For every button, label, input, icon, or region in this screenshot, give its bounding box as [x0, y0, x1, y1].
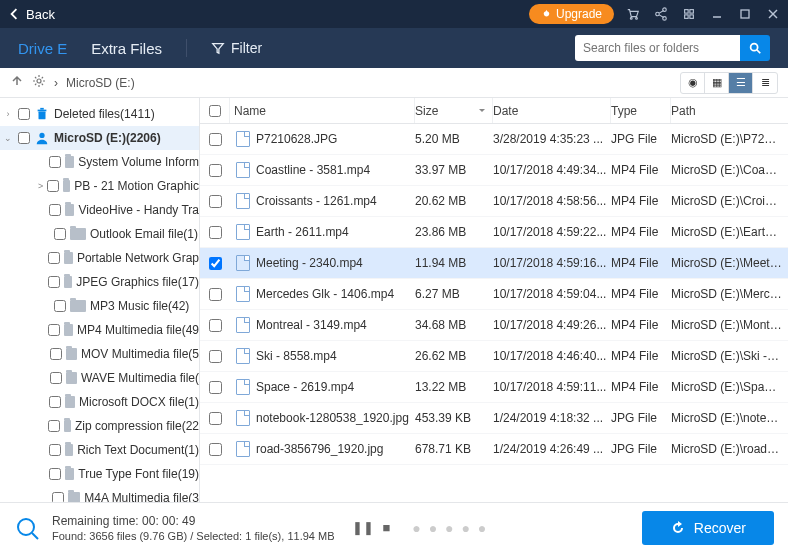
go-up-icon[interactable] — [10, 74, 24, 91]
stop-button[interactable]: ■ — [382, 520, 390, 535]
row-checkbox[interactable] — [209, 133, 222, 146]
col-type[interactable]: Type — [611, 98, 671, 123]
col-name[interactable]: Name — [230, 98, 415, 123]
back-button[interactable]: Back — [8, 7, 55, 22]
tree-item[interactable]: Outlook Email file(1) — [0, 222, 199, 246]
tree-item[interactable]: Microsoft DOCX file(1) — [0, 390, 199, 414]
table-row[interactable]: Mercedes Glk - 1406.mp46.27 MB10/17/2018… — [200, 279, 788, 310]
file-date: 10/17/2018 4:59:04... — [493, 287, 611, 301]
tree-checkbox[interactable] — [49, 468, 61, 480]
tree-item[interactable]: WAVE Multimedia file( — [0, 366, 199, 390]
tab-extra-files[interactable]: Extra Files — [91, 40, 162, 57]
tree-checkbox[interactable] — [50, 372, 62, 384]
table-row[interactable]: Meeting - 2340.mp411.94 MB10/17/2018 4:5… — [200, 248, 788, 279]
tree-checkbox[interactable] — [49, 156, 61, 168]
file-type: MP4 File — [611, 194, 671, 208]
divider — [186, 39, 187, 57]
tree-item[interactable]: Portable Network Grap — [0, 246, 199, 270]
select-all-checkbox[interactable] — [209, 105, 221, 117]
tree-item[interactable]: VideoHive - Handy Tra — [0, 198, 199, 222]
view-details-button[interactable]: ≣ — [753, 73, 777, 93]
tree-item[interactable]: Rich Text Document(1) — [0, 438, 199, 462]
filter-button[interactable]: Filter — [211, 40, 262, 56]
tree-checkbox[interactable] — [54, 228, 66, 240]
tree-deleted-files[interactable]: › Deleted files(1411) — [0, 102, 199, 126]
view-grid-button[interactable]: ▦ — [705, 73, 729, 93]
table-row[interactable]: Montreal - 3149.mp434.68 MB10/17/2018 4:… — [200, 310, 788, 341]
table-row[interactable]: Ski - 8558.mp426.62 MB10/17/2018 4:46:40… — [200, 341, 788, 372]
row-checkbox[interactable] — [209, 381, 222, 394]
tree-item[interactable]: M4A Multimedia file(3 — [0, 486, 199, 502]
tree-checkbox[interactable] — [49, 204, 61, 216]
tree-checkbox[interactable] — [18, 132, 30, 144]
tree-item[interactable]: Zip compression file(22 — [0, 414, 199, 438]
tree-item[interactable]: System Volume Inform — [0, 150, 199, 174]
file-path: MicroSD (E:)\Merce... — [671, 287, 788, 301]
row-checkbox[interactable] — [209, 226, 222, 239]
tree-checkbox[interactable] — [48, 420, 60, 432]
tree-checkbox[interactable] — [49, 444, 61, 456]
tree-checkbox[interactable] — [48, 252, 60, 264]
table-row[interactable]: Coastline - 3581.mp433.97 MB10/17/2018 4… — [200, 155, 788, 186]
row-checkbox[interactable] — [209, 257, 222, 270]
row-checkbox[interactable] — [209, 288, 222, 301]
tree-checkbox[interactable] — [50, 348, 62, 360]
search-input[interactable] — [575, 35, 740, 61]
breadcrumb[interactable]: MicroSD (E:) — [66, 76, 135, 90]
row-checkbox[interactable] — [209, 164, 222, 177]
tree-checkbox[interactable] — [18, 108, 30, 120]
tree-item[interactable]: MOV Multimedia file(5 — [0, 342, 199, 366]
file-path: MicroSD (E:)\noteb... — [671, 411, 788, 425]
file-type: MP4 File — [611, 318, 671, 332]
close-icon[interactable] — [766, 7, 780, 21]
breadcrumb-sep: › — [54, 76, 58, 90]
table-row[interactable]: P7210628.JPG5.20 MB3/28/2019 4:35:23 ...… — [200, 124, 788, 155]
view-list-button[interactable]: ☰ — [729, 73, 753, 93]
tree-checkbox[interactable] — [52, 492, 64, 502]
minimize-icon[interactable] — [710, 7, 724, 21]
file-icon — [236, 441, 250, 457]
share-icon[interactable] — [654, 7, 668, 21]
row-checkbox[interactable] — [209, 412, 222, 425]
table-row[interactable]: road-3856796_1920.jpg678.71 KB1/24/2019 … — [200, 434, 788, 465]
file-size: 678.71 KB — [415, 442, 493, 456]
cart-icon[interactable] — [626, 7, 640, 21]
maximize-icon[interactable] — [738, 7, 752, 21]
tab-drive-e[interactable]: Drive E — [18, 40, 67, 57]
table-row[interactable]: Croissants - 1261.mp420.62 MB10/17/2018 … — [200, 186, 788, 217]
tree-checkbox[interactable] — [47, 180, 59, 192]
filter-label: Filter — [231, 40, 262, 56]
col-path[interactable]: Path — [671, 98, 788, 123]
col-size[interactable]: Size — [415, 98, 493, 123]
upgrade-button[interactable]: Upgrade — [529, 4, 614, 24]
tree-checkbox[interactable] — [49, 396, 61, 408]
row-checkbox[interactable] — [209, 319, 222, 332]
table-row[interactable]: Earth - 2611.mp423.86 MB10/17/2018 4:59:… — [200, 217, 788, 248]
tree-item[interactable]: >PB - 21 Motion Graphic — [0, 174, 199, 198]
menu-icon[interactable] — [682, 7, 696, 21]
folder-icon — [65, 444, 74, 456]
settings-icon[interactable] — [32, 74, 46, 91]
search-button[interactable] — [740, 35, 770, 61]
table-row[interactable]: Space - 2619.mp413.22 MB10/17/2018 4:59:… — [200, 372, 788, 403]
col-date[interactable]: Date — [493, 98, 611, 123]
tree-checkbox[interactable] — [48, 324, 60, 336]
row-checkbox[interactable] — [209, 350, 222, 363]
back-label: Back — [26, 7, 55, 22]
folder-icon — [64, 420, 71, 432]
row-checkbox[interactable] — [209, 195, 222, 208]
tree-item[interactable]: True Type Font file(19) — [0, 462, 199, 486]
row-checkbox[interactable] — [209, 443, 222, 456]
tree-label: Outlook Email file(1) — [90, 227, 198, 241]
tree-root[interactable]: ⌄ MicroSD (E:)(2206) — [0, 126, 199, 150]
tree-item[interactable]: MP3 Music file(42) — [0, 294, 199, 318]
view-preview-button[interactable]: ◉ — [681, 73, 705, 93]
file-name: Mercedes Glk - 1406.mp4 — [256, 287, 394, 301]
tree-checkbox[interactable] — [54, 300, 66, 312]
tree-item[interactable]: MP4 Multimedia file(49 — [0, 318, 199, 342]
tree-checkbox[interactable] — [48, 276, 60, 288]
pause-button[interactable]: ❚❚ — [352, 520, 374, 535]
recover-button[interactable]: Recover — [642, 511, 774, 545]
tree-item[interactable]: JPEG Graphics file(17) — [0, 270, 199, 294]
table-row[interactable]: notebook-1280538_1920.jpg453.39 KB1/24/2… — [200, 403, 788, 434]
